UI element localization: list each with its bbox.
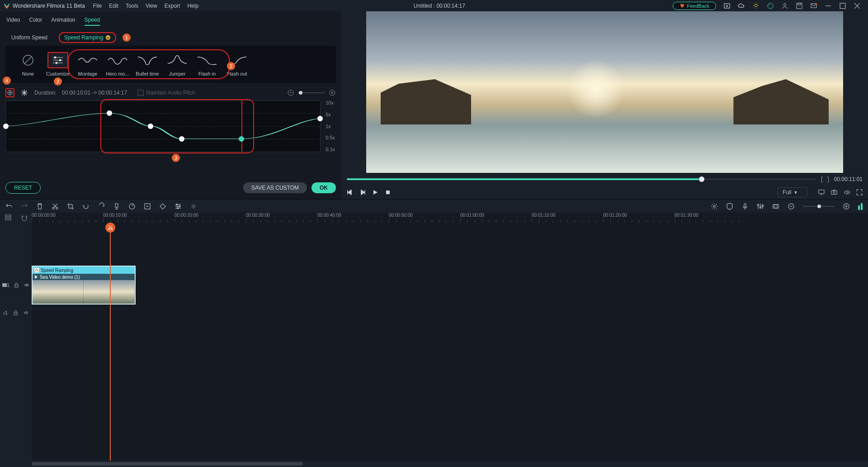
menu-tools[interactable]: Tools	[126, 3, 138, 9]
timeline-zoom-slider[interactable]	[803, 206, 835, 207]
tab-animation[interactable]: Animation	[51, 15, 75, 26]
preset-none[interactable]: None	[14, 52, 42, 76]
export-icon[interactable]	[723, 2, 731, 10]
eye-icon[interactable]	[24, 283, 29, 287]
zoom-in-tl-icon[interactable]	[843, 203, 850, 210]
tab-color[interactable]: Color	[29, 15, 42, 26]
speed-point-0[interactable]	[3, 124, 9, 129]
magnet-icon[interactable]	[21, 214, 27, 221]
zoom-out-tl-icon[interactable]	[788, 203, 795, 210]
window-minimize[interactable]	[825, 3, 831, 9]
fullscreen-icon[interactable]	[856, 189, 863, 195]
volume-icon[interactable]	[844, 189, 850, 195]
cloud-icon[interactable]	[738, 2, 745, 10]
curve-playhead[interactable]	[241, 100, 242, 152]
video-clip[interactable]: Speed Ramping Sea Video demo (1)	[32, 266, 136, 305]
reset-button[interactable]: RESET	[5, 182, 41, 194]
menu-edit[interactable]: Edit	[109, 3, 118, 9]
prev-frame-button[interactable]	[347, 189, 353, 195]
freeze-button[interactable]	[20, 88, 29, 97]
keyframe-icon[interactable]	[159, 203, 166, 210]
menu-file[interactable]: File	[93, 3, 102, 9]
menu-view[interactable]: View	[146, 3, 157, 9]
redo-icon[interactable]	[21, 203, 28, 210]
rotate-ccw-icon[interactable]	[82, 203, 90, 210]
mixer-icon[interactable]	[757, 203, 764, 210]
speed-point-3[interactable]	[179, 136, 184, 142]
menu-export[interactable]: Export	[165, 3, 180, 9]
save-custom-button[interactable]: SAVE AS CUSTOM	[243, 182, 307, 193]
maintain-pitch-checkbox[interactable]: Maintain Audio Pitch	[138, 90, 195, 96]
tab-speed[interactable]: Speed	[85, 15, 100, 26]
duration-label: Duration:	[34, 90, 57, 96]
tab-video[interactable]: Video	[6, 15, 20, 26]
zoom-out-icon[interactable]	[287, 89, 294, 96]
add-keyframe-button[interactable]	[5, 88, 14, 97]
lock-icon[interactable]	[13, 310, 18, 315]
mic-icon[interactable]	[741, 203, 749, 210]
mark-in-icon[interactable]: {	[821, 176, 823, 183]
mark-out-icon[interactable]: }	[827, 176, 830, 183]
preset-bullet[interactable]: Bullet time	[134, 52, 161, 76]
svg-rect-15	[138, 90, 143, 95]
lock-icon[interactable]	[14, 283, 19, 288]
cut-icon[interactable]	[52, 203, 59, 210]
preset-montage[interactable]: Montage	[74, 52, 101, 76]
tracks-icon[interactable]	[5, 214, 11, 221]
zoom-in-icon[interactable]	[329, 89, 336, 96]
sliders-icon	[52, 55, 64, 65]
preset-strip: None Customize 2 Montage Hero mo... Bull…	[5, 46, 336, 83]
support-icon[interactable]	[767, 2, 774, 10]
delete-icon[interactable]	[36, 203, 43, 210]
curve-zoom-slider[interactable]	[298, 92, 325, 93]
speed-point-2[interactable]	[148, 124, 153, 129]
preset-flashin[interactable]: Flash in	[193, 52, 221, 76]
svg-rect-42	[2, 283, 7, 287]
frame-icon[interactable]	[772, 203, 779, 210]
bullet-wave-icon	[137, 54, 158, 66]
preset-jumper[interactable]: Jumper	[164, 52, 191, 76]
preview-scrubber[interactable]	[347, 178, 816, 180]
crop-icon[interactable]	[67, 203, 74, 210]
snapshot-icon[interactable]	[831, 189, 837, 195]
ok-button[interactable]: OK	[311, 182, 336, 193]
speed-curve-canvas[interactable]	[5, 100, 321, 152]
gear-icon[interactable]	[711, 203, 718, 210]
message-icon[interactable]	[810, 2, 817, 10]
preset-customize[interactable]: Customize 2	[44, 52, 71, 76]
speed-point-1[interactable]	[107, 110, 112, 116]
subtab-uniform[interactable]: Uniform Speed	[6, 33, 52, 43]
preset-hero[interactable]: Hero mo...	[104, 52, 131, 76]
play-button[interactable]	[372, 189, 378, 195]
stop-button[interactable]	[385, 189, 391, 195]
tracks-body[interactable]: Speed Ramping Sea Video demo (1)	[32, 223, 868, 461]
audio-wave-icon[interactable]	[190, 203, 197, 210]
window-close[interactable]	[854, 3, 860, 9]
account-icon[interactable]	[781, 2, 788, 10]
speed-point-4[interactable]	[239, 136, 244, 142]
display-icon[interactable]	[818, 189, 825, 195]
feedback-button[interactable]: FeedBack	[673, 2, 716, 10]
speed-icon[interactable]	[128, 203, 136, 210]
rotate-cw-icon[interactable]	[98, 203, 105, 210]
mute-icon[interactable]	[24, 310, 29, 315]
next-frame-button[interactable]	[359, 189, 366, 195]
preview-viewport[interactable]	[366, 11, 843, 173]
preview-quality-select[interactable]: Full ▾	[778, 187, 807, 197]
audio-meter	[858, 203, 863, 210]
idea-icon[interactable]	[752, 2, 760, 10]
timeline-hscroll[interactable]	[0, 461, 868, 467]
playhead-scissor-icon[interactable]	[105, 223, 115, 233]
shield-icon[interactable]	[726, 203, 733, 210]
adjust-icon[interactable]	[175, 203, 182, 210]
undo-icon[interactable]	[5, 203, 13, 210]
focus-icon[interactable]	[144, 203, 151, 210]
save-icon[interactable]	[796, 2, 803, 10]
window-maximize[interactable]	[840, 3, 846, 9]
play-badge-icon	[34, 275, 38, 279]
menu-help[interactable]: Help	[187, 3, 198, 9]
subtab-ramping[interactable]: Speed Ramping	[59, 32, 116, 43]
timeline-playhead[interactable]	[110, 223, 111, 461]
marker-down-icon[interactable]	[113, 203, 120, 210]
timeline-ruler[interactable]: 00:00:00:0000:00:10:0000:00:20:0000:00:3…	[32, 213, 868, 223]
